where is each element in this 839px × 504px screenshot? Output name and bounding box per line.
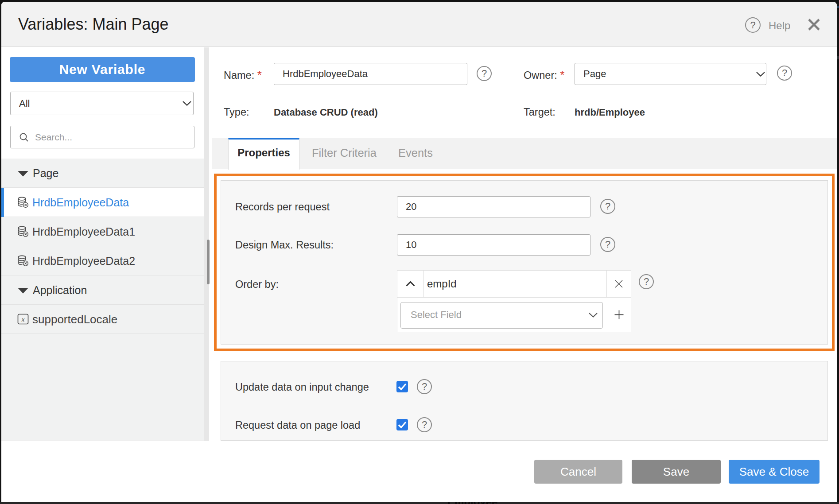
svg-text:x: x xyxy=(21,316,25,323)
